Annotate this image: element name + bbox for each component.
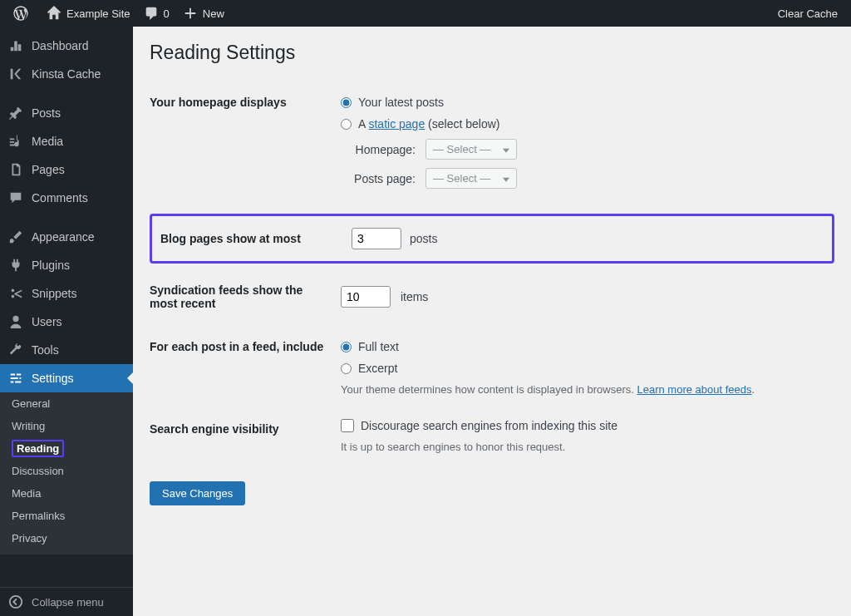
sidebar-item-label: Snippets bbox=[32, 287, 76, 300]
submenu-item-privacy[interactable]: Privacy bbox=[0, 527, 133, 549]
sidebar-item-kinsta-cache[interactable]: Kinsta Cache bbox=[0, 60, 133, 88]
homepage-displays-label: Your homepage displays bbox=[150, 81, 332, 209]
submenu-item-writing[interactable]: Writing bbox=[0, 415, 133, 437]
scissors-icon bbox=[8, 286, 25, 301]
sidebar-separator bbox=[0, 91, 133, 96]
comment-icon bbox=[144, 6, 159, 21]
sliders-icon bbox=[8, 371, 25, 386]
svg-point-0 bbox=[10, 596, 22, 608]
save-button[interactable]: Save Changes bbox=[150, 481, 245, 505]
sidebar-item-settings[interactable]: Settings bbox=[0, 364, 133, 392]
sidebar-item-tools[interactable]: Tools bbox=[0, 336, 133, 364]
feed-description: Your theme determines how content is dis… bbox=[341, 383, 826, 396]
radio-full-text-label: Full text bbox=[358, 340, 399, 353]
user-icon bbox=[8, 314, 25, 329]
sidebar-item-label: Kinsta Cache bbox=[32, 67, 101, 81]
pin-icon bbox=[8, 106, 25, 121]
admin-sidebar: Dashboard Kinsta Cache Posts Media Pages bbox=[0, 27, 133, 616]
pages-icon bbox=[8, 162, 25, 177]
radio-static-prefix: A bbox=[358, 117, 368, 131]
radio-latest-posts-label: Your latest posts bbox=[358, 96, 444, 109]
sidebar-item-snippets[interactable]: Snippets bbox=[0, 279, 133, 308]
sidebar-item-label: Appearance bbox=[32, 230, 95, 244]
discourage-label: Discourage search engines from indexing … bbox=[361, 419, 617, 432]
comments-icon bbox=[8, 190, 25, 205]
syndication-input[interactable] bbox=[341, 286, 391, 308]
homepage-select-label: Homepage: bbox=[341, 143, 416, 156]
admin-bar: Example Site 0 New Clear Cache bbox=[0, 0, 851, 27]
search-visibility-desc: It is up to search engines to honor this… bbox=[341, 441, 826, 453]
submenu-item-reading[interactable]: Reading bbox=[0, 437, 133, 460]
sidebar-item-users[interactable]: Users bbox=[0, 308, 133, 336]
blog-pages-label: Blog pages show at most bbox=[160, 232, 343, 245]
search-visibility-label: Search engine visibility bbox=[150, 407, 332, 465]
kinsta-icon bbox=[8, 67, 25, 81]
sidebar-item-dashboard[interactable]: Dashboard bbox=[0, 32, 133, 60]
sidebar-item-label: Media bbox=[32, 135, 63, 148]
main-content: Reading Settings Your homepage displays … bbox=[133, 27, 851, 616]
sidebar-item-label: Comments bbox=[32, 191, 88, 205]
collapse-label: Collapse menu bbox=[32, 596, 104, 609]
submenu-item-permalinks[interactable]: Permalinks bbox=[0, 505, 133, 527]
plug-icon bbox=[8, 258, 25, 273]
sidebar-item-label: Plugins bbox=[32, 259, 70, 272]
plus-icon bbox=[183, 6, 198, 21]
sidebar-separator bbox=[0, 215, 133, 219]
wp-logo[interactable] bbox=[7, 0, 40, 27]
radio-excerpt[interactable] bbox=[341, 363, 352, 374]
learn-more-feeds-link[interactable]: Learn more about feeds bbox=[637, 383, 751, 396]
submenu-item-general[interactable]: General bbox=[0, 392, 133, 415]
blog-pages-highlight: Blog pages show at most posts bbox=[150, 214, 834, 264]
sidebar-item-label: Dashboard bbox=[32, 39, 89, 52]
clear-cache-label: Clear Cache bbox=[778, 7, 838, 20]
radio-static-suffix: (select below) bbox=[425, 117, 499, 131]
sidebar-item-media[interactable]: Media bbox=[0, 127, 133, 155]
sidebar-item-appearance[interactable]: Appearance bbox=[0, 223, 133, 251]
comments-count: 0 bbox=[164, 7, 170, 20]
posts-page-select[interactable]: — Select — bbox=[426, 168, 517, 189]
sidebar-item-pages[interactable]: Pages bbox=[0, 155, 133, 184]
dashboard-icon bbox=[8, 38, 25, 53]
blog-pages-suffix: posts bbox=[410, 232, 437, 245]
static-page-link[interactable]: static page bbox=[368, 117, 425, 131]
new-label: New bbox=[203, 7, 224, 20]
collapse-icon bbox=[8, 594, 25, 609]
radio-excerpt-label: Excerpt bbox=[358, 362, 397, 375]
wordpress-icon bbox=[13, 6, 28, 21]
home-icon bbox=[47, 6, 61, 21]
page-title: Reading Settings bbox=[150, 42, 834, 64]
discourage-checkbox[interactable] bbox=[341, 419, 354, 432]
radio-full-text[interactable] bbox=[341, 342, 352, 352]
radio-static-page[interactable] bbox=[341, 119, 352, 130]
site-name-link[interactable]: Example Site bbox=[40, 0, 137, 27]
homepage-select[interactable]: — Select — bbox=[426, 139, 517, 160]
sidebar-item-label: Settings bbox=[32, 372, 74, 385]
sidebar-item-comments[interactable]: Comments bbox=[0, 184, 133, 212]
syndication-label: Syndication feeds show the most recent bbox=[150, 269, 332, 325]
sidebar-item-label: Pages bbox=[32, 163, 65, 176]
sidebar-item-label: Posts bbox=[32, 106, 61, 120]
collapse-menu[interactable]: Collapse menu bbox=[0, 587, 133, 616]
sidebar-item-plugins[interactable]: Plugins bbox=[0, 251, 133, 279]
wrench-icon bbox=[8, 342, 25, 357]
clear-cache-link[interactable]: Clear Cache bbox=[771, 0, 844, 27]
sidebar-item-label: Users bbox=[32, 315, 62, 328]
posts-page-select-label: Posts page: bbox=[341, 172, 416, 185]
syndication-suffix: items bbox=[401, 290, 428, 303]
brush-icon bbox=[8, 229, 25, 244]
sidebar-item-posts[interactable]: Posts bbox=[0, 99, 133, 127]
submenu-item-media[interactable]: Media bbox=[0, 482, 133, 505]
submenu-item-discussion[interactable]: Discussion bbox=[0, 460, 133, 482]
sidebar-item-label: Tools bbox=[32, 343, 59, 357]
comments-link[interactable]: 0 bbox=[137, 0, 176, 27]
blog-pages-input[interactable] bbox=[352, 228, 401, 249]
media-icon bbox=[8, 134, 25, 149]
settings-submenu: General Writing Reading Discussion Media… bbox=[0, 387, 133, 554]
new-content-link[interactable]: New bbox=[176, 0, 231, 27]
radio-latest-posts[interactable] bbox=[341, 97, 352, 108]
feed-include-label: For each post in a feed, include bbox=[150, 325, 332, 407]
site-name-text: Example Site bbox=[66, 7, 130, 20]
